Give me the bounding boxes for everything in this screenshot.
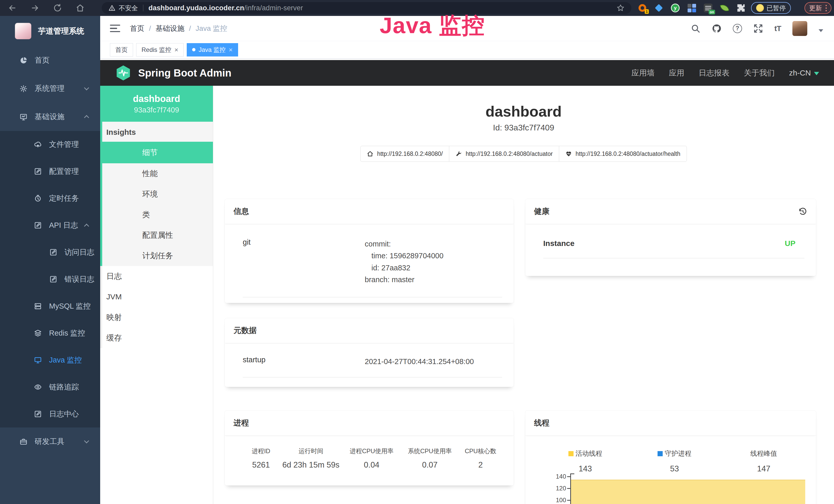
- extension-green-icon[interactable]: y: [671, 3, 680, 13]
- caret-down-icon: [814, 72, 819, 75]
- sba-item-details[interactable]: 细节: [102, 142, 213, 163]
- sidebar-item-home[interactable]: 首页: [0, 46, 100, 74]
- sba-item-scheduled-tasks[interactable]: 计划任务: [102, 246, 213, 266]
- edit-icon: [34, 221, 42, 229]
- insights-title: Insights: [102, 122, 213, 142]
- y-tick-100: 100: [550, 497, 566, 504]
- extension-orange-icon[interactable]: 1: [637, 3, 647, 13]
- info-key: git: [243, 238, 365, 286]
- sidebar-item-jobs[interactable]: 定时任务: [0, 185, 100, 212]
- sidebar-item-java-monitor[interactable]: Java 监控: [0, 347, 100, 373]
- process-val-pid: 5261: [243, 460, 279, 469]
- home-icon[interactable]: [75, 3, 85, 13]
- sba-item-mappings[interactable]: 映射: [102, 307, 213, 328]
- close-icon[interactable]: ×: [229, 46, 233, 53]
- address-bar[interactable]: 不安全 dashboard.yudao.iocoder.cn/infra/adm…: [102, 2, 631, 14]
- sba-brand[interactable]: Spring Boot Admin: [138, 67, 232, 79]
- breadcrumb-home[interactable]: 首页: [130, 24, 144, 33]
- extensions-row: 1 y on: [637, 0, 746, 16]
- reload-icon[interactable]: [53, 3, 62, 13]
- process-col-proc-cpu: 进程CPU使用率: [343, 447, 401, 455]
- extension-pin-icon[interactable]: [654, 3, 664, 13]
- tab-java-monitor[interactable]: Java 监控×: [187, 43, 238, 56]
- locale-select[interactable]: zh-CN: [789, 69, 819, 77]
- app-logo-row[interactable]: 芋道管理系统: [0, 16, 100, 46]
- forward-icon[interactable]: [30, 3, 40, 13]
- edit-icon: [34, 167, 42, 175]
- sba-item-metrics[interactable]: 性能: [102, 163, 213, 184]
- instance-header[interactable]: dashboard 93a3fc7f7409: [100, 86, 213, 122]
- browser-menu-icon[interactable]: [826, 5, 827, 11]
- legend-daemon-threads: 守护进程: [630, 449, 719, 458]
- sba-item-caches[interactable]: 缓存: [102, 328, 213, 348]
- actuator-url-button[interactable]: http://192.168.0.2:48080/actuator: [449, 146, 559, 162]
- user-avatar[interactable]: [792, 21, 807, 36]
- github-icon[interactable]: [712, 24, 722, 33]
- sba-nav-about[interactable]: 关于我们: [744, 68, 775, 78]
- fullscreen-icon[interactable]: [753, 24, 763, 33]
- process-val-cores: 2: [459, 460, 502, 469]
- extension-grid-icon[interactable]: [687, 3, 697, 13]
- sidebar-item-error-log[interactable]: 错误日志: [0, 266, 100, 293]
- server-icon: [34, 302, 42, 310]
- sba-item-config-props[interactable]: 配置属性: [102, 225, 213, 246]
- sidebar-item-system[interactable]: 系统管理: [0, 74, 100, 103]
- extension-notes-icon[interactable]: on: [703, 3, 713, 13]
- health-url-button[interactable]: http://192.168.0.2:48080/actuator/health: [559, 146, 687, 162]
- back-icon[interactable]: [8, 3, 17, 13]
- sidebar-item-api-log[interactable]: API 日志: [0, 212, 100, 239]
- sidebar-item-infra[interactable]: 基础设施: [0, 103, 100, 131]
- security-label[interactable]: 不安全: [119, 4, 138, 12]
- sba-nav: 应用墙 应用 日志报表 关于我们 zh-CN: [631, 68, 819, 78]
- history-icon[interactable]: [798, 207, 807, 216]
- legend-swatch-yellow: [568, 451, 574, 456]
- sba-item-classes[interactable]: 类: [102, 204, 213, 225]
- sba-nav-applications[interactable]: 应用: [669, 68, 684, 78]
- sidebar-toggle-icon[interactable]: [110, 25, 120, 32]
- chevron-down-icon: [84, 85, 89, 90]
- profile-paused-pill[interactable]: 已暂停: [751, 2, 791, 14]
- sba-nav-journal[interactable]: 日志报表: [699, 68, 729, 78]
- sidebar-item-tracing[interactable]: 链路追踪: [0, 373, 100, 400]
- paused-label: 已暂停: [766, 4, 786, 12]
- sidebar-item-access-log[interactable]: 访问日志: [0, 239, 100, 266]
- sidebar-item-log-center[interactable]: 日志中心: [0, 400, 100, 428]
- extension-leaf-icon[interactable]: [720, 3, 729, 13]
- sidebar-item-files[interactable]: 文件管理: [0, 131, 100, 158]
- gear-icon: [20, 85, 27, 93]
- search-icon[interactable]: [691, 24, 700, 33]
- process-val-uptime: 6d 23h 15m 59s: [279, 460, 343, 469]
- instance-id: 93a3fc7f7409: [134, 106, 179, 114]
- monitor-chart-icon: [20, 113, 27, 121]
- url-text[interactable]: dashboard.yudao.iocoder.cn/infra/admin-s…: [149, 4, 303, 12]
- close-icon[interactable]: ×: [174, 46, 178, 53]
- service-url-button[interactable]: http://192.168.0.2:48080/: [360, 146, 449, 162]
- bookmark-star-icon[interactable]: [616, 4, 625, 12]
- home-icon: [367, 151, 373, 157]
- sba-item-environment[interactable]: 环境: [102, 184, 213, 204]
- metadata-value: 2021-04-27T00:44:31.254+08:00: [365, 356, 474, 367]
- eye-icon: [34, 383, 42, 391]
- health-card-title: 健康: [525, 199, 816, 224]
- sidebar-item-mysql[interactable]: MySQL 监控: [0, 293, 100, 320]
- sba-item-logs[interactable]: 日志: [102, 266, 213, 287]
- caret-down-icon[interactable]: [818, 29, 823, 32]
- tab-redis-monitor[interactable]: Redis 监控×: [136, 43, 184, 56]
- sidebar-item-redis[interactable]: Redis 监控: [0, 320, 100, 347]
- process-card-title: 进程: [225, 411, 514, 436]
- breadcrumb-infra[interactable]: 基础设施: [156, 24, 184, 33]
- sba-item-jvm[interactable]: JVM: [102, 287, 213, 307]
- sba-nav-wallboard[interactable]: 应用墙: [631, 68, 655, 78]
- font-size-icon[interactable]: tT: [774, 24, 781, 33]
- help-icon[interactable]: ?: [733, 24, 742, 33]
- puzzle-icon[interactable]: [736, 3, 746, 13]
- views-section: 日志 JVM 映射 缓存: [100, 266, 213, 348]
- info-card-title: 信息: [225, 199, 514, 224]
- sidebar-item-config[interactable]: 配置管理: [0, 158, 100, 185]
- threads-legend: 活动线程 守护进程 线程峰值 143 53 147: [541, 449, 808, 474]
- info-row: git commit: time: 1596289704000 id: 27aa…: [243, 238, 502, 297]
- sidebar-item-devtools[interactable]: 研发工具: [0, 428, 100, 456]
- tab-home[interactable]: 首页: [110, 43, 133, 56]
- browser-update-button[interactable]: 更新: [805, 2, 831, 14]
- legend-swatch-blue: [658, 451, 663, 456]
